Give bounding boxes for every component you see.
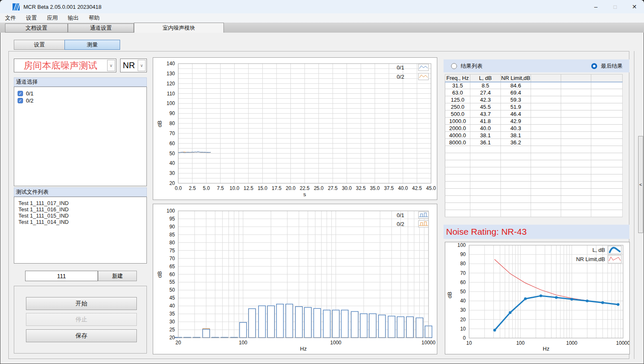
table-cell (501, 174, 531, 182)
table-cell (445, 167, 470, 174)
menu-item-应用[interactable]: 应用 (42, 13, 63, 23)
table-row[interactable]: 1000.041.842.9 (445, 118, 623, 125)
table-cell: 250.0 (445, 103, 470, 110)
table-row[interactable]: 8000.036.136.2 (445, 139, 623, 146)
tab-strip: 文档设置通道设置室内噪声模块 (0, 23, 644, 33)
svg-text:75: 75 (169, 248, 175, 254)
new-button[interactable]: 新建 (98, 271, 137, 281)
file-item[interactable]: Test 1_111_014_IND (18, 219, 146, 225)
file-item[interactable]: Test 1_111_016_IND (18, 206, 146, 213)
svg-text:37.5: 37.5 (384, 185, 394, 191)
table-cell (591, 167, 623, 174)
checkbox-icon[interactable]: ✓ (18, 91, 23, 96)
table-cell: 27.4 (470, 89, 501, 96)
last-result-radio-label[interactable]: 最后结果 (601, 62, 623, 70)
minimize-button-icon[interactable]: – (586, 0, 606, 13)
table-cell: 84.6 (501, 82, 531, 89)
svg-text:10.0: 10.0 (230, 185, 240, 191)
table-row-empty (445, 210, 623, 217)
table-cell: 40.3 (501, 125, 531, 132)
channel-item-0/1[interactable]: ✓0/1 (18, 90, 146, 97)
table-cell (561, 153, 591, 160)
table-cell (561, 82, 591, 89)
table-header-cell: L, dB (470, 74, 501, 82)
save-button[interactable]: 保存 (26, 329, 137, 342)
channel-item-0/2[interactable]: ✓0/2 (18, 97, 146, 104)
menu-item-设置[interactable]: 设置 (21, 13, 42, 23)
svg-text:60: 60 (169, 141, 175, 146)
table-header-cell (591, 74, 623, 82)
nr-curve-select[interactable]: NR ∨ (120, 59, 147, 72)
table-row[interactable]: 63.027.469.4 (445, 89, 623, 96)
tab-通道设置[interactable]: 通道设置 (68, 23, 134, 33)
last-result-radio[interactable] (591, 63, 597, 69)
chevron-down-icon[interactable]: ∨ (107, 60, 115, 71)
table-cell (501, 167, 531, 174)
nr-curve-chart-svg: 010203040506070809010010100100010000HzdB… (445, 242, 629, 354)
collapse-panel-button[interactable]: < (638, 136, 643, 233)
table-cell (591, 82, 623, 89)
table-row[interactable]: 500.043.746.4 (445, 110, 623, 118)
table-cell: 43.7 (470, 110, 501, 118)
table-row-empty (445, 182, 623, 189)
results-list-radio-label[interactable]: 结果列表 (461, 62, 482, 70)
title-bar: MCR Beta 2.05.0.001 20230418 – □ ✕ (0, 0, 644, 13)
table-row[interactable]: 31.58.584.6 (445, 82, 623, 89)
table-row[interactable]: 4000.038.138.1 (445, 132, 623, 139)
tab-文档设置[interactable]: 文档设置 (5, 23, 68, 33)
svg-text:20: 20 (169, 335, 175, 341)
table-cell: 42.9 (501, 118, 531, 125)
spectrum-chart: 2025303540455055606570758085909510020100… (153, 204, 437, 354)
maximize-button-icon[interactable]: □ (606, 0, 625, 13)
table-row-empty (445, 146, 623, 153)
test-name-input[interactable] (25, 271, 98, 281)
svg-text:60: 60 (460, 279, 466, 285)
svg-text:85: 85 (169, 232, 175, 238)
svg-text:130: 130 (167, 71, 175, 77)
close-button-icon[interactable]: ✕ (625, 0, 644, 13)
svg-text:40: 40 (169, 303, 175, 309)
results-list-radio[interactable] (451, 63, 457, 69)
start-button[interactable]: 开始 (26, 297, 137, 310)
test-type-select[interactable]: 房间本底噪声测试 ∨ (14, 59, 116, 72)
subtab-settings[interactable]: 设置 (14, 40, 65, 50)
table-cell (470, 203, 501, 210)
stop-button: 停止 (26, 313, 137, 326)
svg-text:90: 90 (460, 251, 466, 257)
table-row[interactable]: 2000.040.040.3 (445, 125, 623, 132)
svg-text:20: 20 (175, 340, 181, 346)
svg-text:5.0: 5.0 (203, 185, 210, 191)
time-history-chart: 20304050607080901001101201301400.02.55.0… (153, 57, 437, 200)
svg-text:80: 80 (169, 120, 175, 126)
table-row-empty (445, 167, 623, 174)
menu-item-帮助[interactable]: 帮助 (84, 13, 105, 23)
table-row-empty (445, 160, 623, 167)
chevron-down-icon[interactable]: ∨ (138, 60, 146, 71)
svg-text:30: 30 (169, 319, 175, 325)
svg-text:20: 20 (460, 317, 466, 323)
svg-text:35: 35 (169, 311, 175, 317)
svg-text:NR Limit,dB: NR Limit,dB (576, 256, 605, 262)
file-item[interactable]: Test 1_111_017_IND (18, 200, 146, 206)
table-cell: 51.9 (501, 103, 531, 110)
table-cell (561, 210, 591, 217)
svg-text:0/2: 0/2 (397, 221, 404, 227)
table-cell (591, 118, 623, 125)
table-row[interactable]: 250.045.551.9 (445, 103, 623, 110)
menu-item-文件[interactable]: 文件 (0, 13, 21, 23)
file-item[interactable]: Test 1_111_015_IND (18, 213, 146, 219)
results-table: Freq., HzL, dBNR Limit,dB31.58.584.663.0… (445, 74, 623, 217)
table-cell (591, 153, 623, 160)
menu-item-输出[interactable]: 输出 (63, 13, 84, 23)
table-row-empty (445, 203, 623, 210)
table-row[interactable]: 125.042.359.3 (445, 96, 623, 103)
table-cell (501, 160, 531, 167)
subtab-measure[interactable]: 测量 (64, 40, 120, 50)
table-cell (591, 110, 623, 118)
tab-室内噪声模块[interactable]: 室内噪声模块 (134, 23, 224, 33)
svg-text:30.0: 30.0 (342, 185, 352, 191)
table-cell (561, 146, 591, 153)
checkbox-icon[interactable]: ✓ (18, 98, 23, 103)
table-cell (591, 210, 623, 217)
svg-text:10: 10 (466, 340, 472, 346)
